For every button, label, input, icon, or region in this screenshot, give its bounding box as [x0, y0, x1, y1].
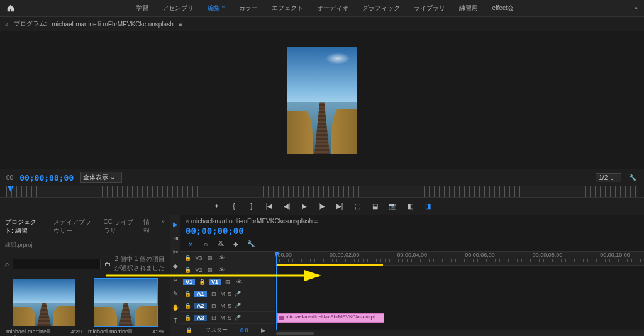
program-timecode[interactable]: 00;00;00;00: [19, 173, 74, 182]
project-item-1[interactable]: michael-martinelli-mFbrME…4:29: [88, 279, 164, 336]
tab-effects[interactable]: エフェクト: [272, 4, 303, 13]
prproj-name: 練習.prproj: [5, 241, 33, 249]
go-to-in-icon[interactable]: |◀: [264, 201, 274, 211]
tools-panel: ▶ ⇥ ✂ ◆ ↔ ✎ ✋ T: [170, 215, 180, 336]
panel-menu-icon[interactable]: »: [5, 21, 9, 28]
program-title-prefix: プログラム:: [14, 20, 47, 28]
tab-editing[interactable]: 編集: [208, 4, 226, 13]
lower-panels: プロジェクト: 練習 メディアブラウザー CC ライブラリ 情報 » 練習.pr…: [0, 215, 644, 336]
home-icon[interactable]: [6, 4, 15, 13]
play-icon[interactable]: ▶: [299, 201, 309, 211]
track-headers: 🔒V3⊟👁 🔒V2⊟👁 V1🔒V1⊟👁 🔒A1⊟MS🎤 🔒A2⊟MS🎤 🔒A3⊟…: [180, 252, 275, 336]
project-tab[interactable]: プロジェクト: 練習: [5, 218, 45, 235]
panel-menu-equals-icon[interactable]: ≡: [179, 21, 182, 28]
proj-overflow-icon[interactable]: »: [161, 218, 165, 235]
item-dur: 4:29: [152, 328, 164, 336]
step-fwd-icon[interactable]: |▶: [317, 201, 327, 211]
go-to-out-icon[interactable]: ▶|: [335, 201, 345, 211]
item-dur: 4:29: [70, 328, 82, 336]
program-scrubber[interactable]: [6, 186, 638, 197]
transport-controls: ✦ { } |◀ ◀| ▶ |▶ ▶| ⬚ ⬓ 📷 ◧ ◨: [0, 197, 644, 215]
search-icon[interactable]: ⌕: [5, 260, 9, 267]
mark-in-icon[interactable]: {: [229, 201, 239, 211]
timeline-tracks-area[interactable]: ;00;0000;00;02;0000;00;04;0000;00;06;000…: [275, 252, 644, 336]
pen-tool-icon[interactable]: ✎: [170, 288, 180, 298]
timeline-ruler[interactable]: ;00;0000;00;02;0000;00;04;0000;00;06;000…: [275, 252, 644, 266]
tab-audio[interactable]: オーディオ: [317, 4, 348, 13]
program-canvas[interactable]: [0, 31, 644, 169]
program-preview: [287, 47, 357, 154]
track-v2[interactable]: 🔒V2⊟👁: [180, 264, 275, 276]
mark-out-icon[interactable]: }: [247, 201, 257, 211]
item-name: michael-martinelli-mFbrM…: [6, 328, 70, 336]
workspace-tabs: 学習 アセンブリ 編集 カラー エフェクト オーディオ グラフィック ライブラリ…: [15, 4, 634, 13]
hand-tool-icon[interactable]: ✋: [170, 302, 180, 312]
playhead[interactable]: [276, 252, 277, 336]
work-area-bar[interactable]: [276, 264, 383, 266]
tab-effectkai[interactable]: effect会: [492, 4, 513, 13]
cc-library-tab[interactable]: CC ライブラリ: [104, 218, 135, 235]
program-monitor-panel: » プログラム: michael-martinelli-mFbrMEVKCkc-…: [0, 16, 644, 215]
timeline-clip[interactable]: michael-martinelli-mFbrMEVKCkc-unspl: [277, 313, 384, 323]
track-a2[interactable]: 🔒A2⊟MS🎤: [180, 300, 275, 311]
master-track[interactable]: 🔒マスター0.0▶: [180, 323, 275, 336]
tab-practice[interactable]: 練習用: [459, 4, 478, 13]
program-zoom-fit[interactable]: 全体表示 ⌄: [80, 172, 122, 183]
bin-icon[interactable]: 🗀: [104, 260, 111, 267]
project-item-0[interactable]: michael-martinelli-mFbrM…4:29: [6, 279, 82, 336]
magnet-icon[interactable]: ∩: [201, 238, 211, 249]
markers-icon[interactable]: ◆: [231, 238, 241, 249]
settings-icon[interactable]: 🔧: [628, 172, 638, 182]
tab-graphics[interactable]: グラフィック: [362, 4, 400, 13]
extract-icon[interactable]: ⬓: [370, 201, 380, 211]
program-clip-name: michael-martinelli-mFbrMEVKCkc-unsplash: [52, 21, 173, 28]
project-panel: プロジェクト: 練習 メディアブラウザー CC ライブラリ 情報 » 練習.pr…: [0, 215, 170, 336]
tab-assembly[interactable]: アセンブリ: [162, 4, 194, 13]
track-select-tool-icon[interactable]: ⇥: [170, 233, 180, 243]
slip-tool-icon[interactable]: ↔: [170, 274, 180, 284]
overflow-icon[interactable]: »: [634, 4, 638, 11]
project-status: 2 個中 1 個の項目が選択されました: [114, 255, 165, 272]
project-search-input[interactable]: [13, 259, 101, 269]
tab-library[interactable]: ライブラリ: [414, 4, 445, 13]
sequence-tab[interactable]: michael-martinelli-mFbrMEVKCkc-unsplash: [191, 218, 313, 225]
item-name: michael-martinelli-mFbrME…: [88, 328, 152, 336]
add-marker-icon[interactable]: ✦: [211, 201, 221, 211]
top-bar: 学習 アセンブリ 編集 カラー エフェクト オーディオ グラフィック ライブラリ…: [0, 0, 644, 16]
track-v3[interactable]: 🔒V3⊟👁: [180, 252, 275, 264]
export-frame-icon[interactable]: 📷: [387, 201, 397, 211]
track-v1[interactable]: V1🔒V1⊟👁: [180, 276, 275, 288]
settings-icon[interactable]: 🔧: [246, 238, 256, 249]
track-a1[interactable]: 🔒A1⊟MS🎤: [180, 288, 275, 300]
lift-icon[interactable]: ⬚: [352, 201, 362, 211]
snap-icon[interactable]: ※: [186, 238, 196, 249]
info-tab[interactable]: 情報: [143, 218, 153, 235]
tab-learning[interactable]: 学習: [136, 4, 148, 13]
linked-selection-icon[interactable]: ⁂: [216, 238, 226, 249]
razor-tool-icon[interactable]: ◆: [170, 260, 180, 271]
selection-tool-icon[interactable]: ▶: [170, 219, 180, 229]
program-resolution[interactable]: 1/2 ⌄: [596, 173, 621, 182]
button-editor-icon[interactable]: ◨: [423, 201, 433, 211]
type-tool-icon[interactable]: T: [170, 316, 180, 326]
tab-color[interactable]: カラー: [239, 4, 258, 13]
timeline-timecode[interactable]: 00;00;00;00: [186, 226, 644, 236]
comparison-icon[interactable]: ◧: [405, 201, 415, 211]
program-tc-small: 00: [6, 174, 13, 181]
track-a3[interactable]: 🔒A3⊟MS🎤: [180, 311, 275, 323]
media-browser-tab[interactable]: メディアブラウザー: [53, 218, 95, 235]
timeline-panel: × michael-martinelli-mFbrMEVKCkc-unsplas…: [180, 215, 644, 336]
step-back-icon[interactable]: ◀|: [282, 201, 292, 211]
ripple-edit-tool-icon[interactable]: ✂: [170, 247, 180, 257]
timeline-scrollbar[interactable]: [275, 330, 644, 336]
